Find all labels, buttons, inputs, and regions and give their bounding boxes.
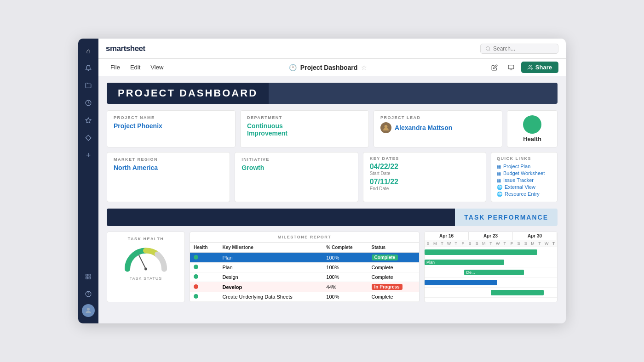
start-date-label: Start Date [370,171,479,176]
status-cell: Complete [368,263,419,272]
gantt-day: W [543,240,550,247]
project-lead-card: PROJECT LEAD Alexandra Mattson [374,110,502,147]
favorite-star-icon[interactable]: ☆ [361,64,367,71]
initiative-value: Growth [242,164,351,171]
toolbar-menu: File Edit View [106,62,168,73]
gantt-day: T [487,240,494,247]
key-dates-card: KEY DATES 04/22/22 Start Date 07/11/22 E… [363,152,486,202]
svg-point-18 [144,268,147,271]
sidebar-star-icon[interactable] [81,113,96,128]
sidebar-plus-icon[interactable]: + [81,148,96,163]
svg-rect-12 [508,65,514,68]
gantt-day: S [425,240,431,247]
share-button[interactable]: Share [521,62,558,73]
gantt-bar-row-5 [425,288,557,298]
search-bar[interactable] [480,44,558,54]
globe-icon: 🌐 [497,185,502,190]
market-region-card: MARKET REGION North America [107,152,230,202]
toolbar-center: 🕐 Project Dashboard ☆ [168,64,488,71]
milestone-cell: Develop [218,282,322,292]
gantt-day: T [536,240,543,247]
sidebar-home-icon[interactable]: ⌂ [81,43,96,58]
sidebar-diamond-icon[interactable] [81,130,96,145]
health-dot [194,294,198,299]
toolbar-title: Project Dashboard [300,64,357,71]
department-card: DEPARTMENT Continuous Improvement [240,110,369,147]
app-logo: smartsheet [106,44,145,53]
present-icon-btn[interactable] [505,61,518,74]
gantt-bar [491,290,544,295]
sidebar-bell-icon[interactable] [81,61,96,75]
milestone-cell: Create Underlying Data Sheets [218,292,322,302]
table-row: Design 100% Complete [190,272,419,282]
svg-point-16 [385,125,388,128]
svg-rect-5 [89,277,91,279]
quick-link-project-plan[interactable]: ▦ Project Plan [497,164,552,169]
edit-icon-btn[interactable] [488,61,501,74]
bottom-panels: TASK HEALTH [107,232,558,302]
sheet-icon-3: ▦ [497,178,501,183]
toolbar: File Edit View 🕐 Project Dashboard ☆ Sha… [98,59,566,76]
sheet-icon: ▦ [497,164,501,169]
quick-link-resource-entry[interactable]: 🌐 Resource Entry [497,191,552,197]
file-menu[interactable]: File [106,62,125,73]
project-name-value: Project Phoenix [114,122,229,130]
user-avatar[interactable] [82,304,95,317]
gantt-day: S [473,240,480,247]
gantt-date-apr30: Apr 30 [513,232,557,240]
health-dot [194,274,198,279]
quick-link-external-view[interactable]: 🌐 External View [497,184,552,190]
gantt-bar: De... [464,270,524,275]
gantt-day: M [529,240,536,247]
start-date-value: 04/22/22 [370,163,479,171]
search-input[interactable] [493,45,548,52]
gantt-bar [425,280,497,285]
gantt-header-row: Apr 16 Apr 23 Apr 30 [425,232,557,240]
dashboard-header: PROJECT DASHBOARD [107,83,558,104]
edit-menu[interactable]: Edit [126,62,145,73]
search-icon [485,46,491,51]
section-title: TASK PERFORMANCE [464,214,548,221]
sidebar-recent-icon[interactable] [81,96,96,110]
svg-point-15 [529,65,530,67]
gantt-day: S [466,240,473,247]
gantt-day: T [501,240,508,247]
health-dot [194,255,198,260]
dashboard-title: PROJECT DASHBOARD [118,87,258,99]
quick-link-issue-tracker[interactable]: ▦ Issue Tracker [497,177,552,183]
svg-marker-2 [86,135,91,141]
toolbar-right: Share [488,61,558,74]
dashboard-body: PROJECT DASHBOARD PROJECT NAME Project P… [98,76,566,323]
project-info-row1: PROJECT NAME Project Phoenix DEPARTMENT … [107,110,558,147]
task-health-title: TASK HEALTH [113,237,179,241]
svg-rect-3 [86,274,88,276]
quick-links-header: QUICK LINKS [497,156,552,161]
section-bar-left [107,209,455,226]
svg-marker-1 [86,118,91,123]
sidebar-folder-icon[interactable] [81,78,96,93]
gantt-day: W [445,240,452,247]
project-name-card: PROJECT NAME Project Phoenix [107,110,236,147]
gantt-day: M [480,240,487,247]
health-card: Health [507,110,558,147]
svg-line-17 [139,255,146,269]
svg-rect-4 [89,274,91,276]
svg-point-9 [87,308,90,311]
gantt-day: T [438,240,445,247]
view-menu[interactable]: View [146,62,168,73]
sidebar-help-icon[interactable] [81,287,96,301]
table-row: Develop 44% In Progress [190,282,419,292]
gantt-bar-row-2: Plan [425,257,557,267]
gantt-day: W [494,240,501,247]
health-label: Health [523,136,541,142]
svg-line-11 [489,50,490,51]
share-label: Share [535,64,552,71]
gantt-day: S [515,240,522,247]
complete-cell: 100% [322,263,368,272]
sidebar-grid-icon[interactable] [81,269,96,284]
quick-link-budget[interactable]: ▦ Budget Worksheet [497,170,552,176]
gantt-bar: Plan [425,260,504,265]
health-dot [194,265,198,269]
task-performance-header: TASK PERFORMANCE [107,209,558,226]
milestone-cell: Plan [218,253,322,263]
